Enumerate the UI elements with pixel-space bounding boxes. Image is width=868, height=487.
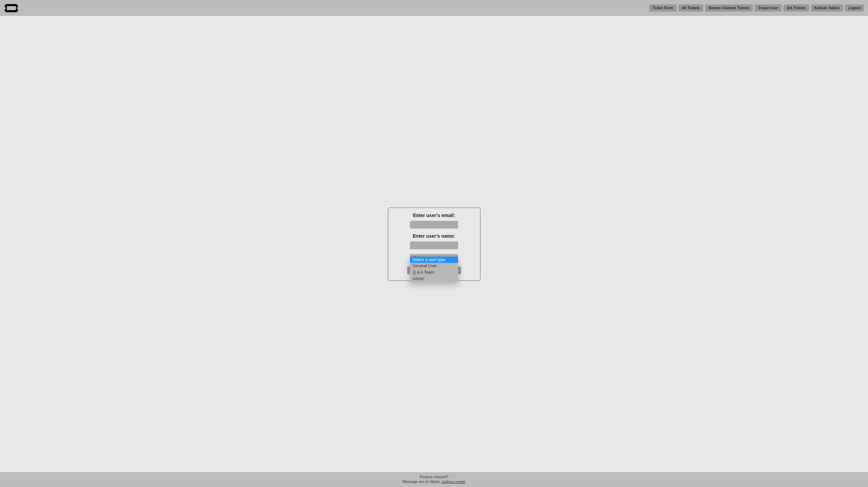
footer-feature-request: Feature request? (0, 475, 868, 479)
main-content: Enter user's email: Enter user's name: S… (0, 16, 868, 472)
option-general-user[interactable]: General User (410, 263, 458, 269)
footer-slack-link[interactable]: Joshua Levine (441, 480, 466, 484)
svg-rect-1 (7, 6, 16, 10)
nav-buttons: Ticket Form All Tickets Review Claimed T… (649, 4, 864, 12)
nav-ticket-form[interactable]: Ticket Form (649, 4, 676, 12)
option-select-placeholder[interactable]: Select a user type (410, 257, 458, 263)
footer-contact: Message me on Slack: Joshua Levine (0, 480, 868, 484)
email-input[interactable] (410, 221, 458, 229)
option-admin[interactable]: Admin (410, 276, 458, 282)
header: Ticket Form All Tickets Review Claimed T… (0, 0, 868, 16)
nav-qa-tickets[interactable]: QA Tickets (784, 4, 809, 12)
nav-kanban-tables[interactable]: Kanban Tables (811, 4, 843, 12)
nav-review-claimed-tickets[interactable]: Review Claimed Tickets (705, 4, 753, 12)
nav-logout[interactable]: Logout (845, 4, 864, 12)
create-user-form: Enter user's email: Enter user's name: S… (388, 208, 480, 281)
nav-create-user[interactable]: Create User (755, 4, 782, 12)
ticket-logo-icon (4, 3, 19, 13)
email-label: Enter user's email: (413, 213, 455, 218)
nav-all-tickets[interactable]: All Tickets (678, 4, 703, 12)
option-qa-team[interactable]: Q & A Team (410, 269, 458, 276)
name-label: Enter user's name: (413, 233, 455, 239)
name-input[interactable] (410, 241, 458, 249)
user-type-dropdown-options: Select a user type General User Q & A Te… (410, 257, 458, 282)
footer: Feature request? Message me on Slack: Jo… (0, 472, 868, 487)
footer-contact-prefix: Message me on Slack: (402, 480, 441, 484)
